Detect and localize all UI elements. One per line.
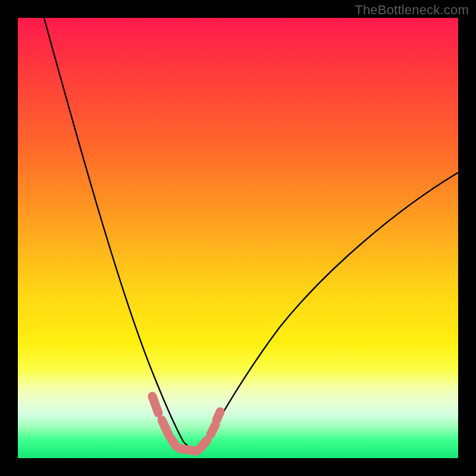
curve-left-arm bbox=[44, 18, 183, 441]
valley-marker-group bbox=[152, 396, 220, 451]
curve-right-arm bbox=[206, 173, 458, 441]
watermark-text: TheBottleneck.com bbox=[355, 2, 469, 18]
chart-plot-area bbox=[18, 18, 458, 458]
chart-frame: TheBottleneck.com bbox=[0, 0, 476, 476]
chart-svg bbox=[18, 18, 458, 458]
